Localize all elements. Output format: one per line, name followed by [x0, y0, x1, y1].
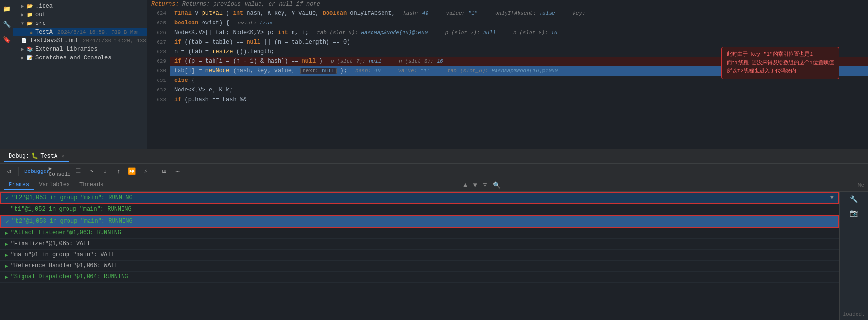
- code-line-626: Node<K,V>[] tab; Node<K,V> p; int n, i; …: [170, 28, 868, 37]
- frame-label-1: "t2"@1,053 in group "main": RUNNING: [12, 194, 133, 201]
- arrow-right-icon-3: ▶: [21, 46, 24, 52]
- restart-button[interactable]: ↺: [3, 166, 15, 177]
- play-icon-4: ▶: [5, 230, 8, 236]
- debugger-tab-btn[interactable]: Debugger: [22, 166, 53, 177]
- annotation-line2: 而t1线程 还没来得及给数组的这个1位置赋值: [727, 59, 834, 68]
- sub-tab-frames[interactable]: Frames: [4, 181, 34, 190]
- project-icon[interactable]: 📁: [1, 4, 12, 14]
- code-line-624: final V putVal ( int hash, K key, V valu…: [170, 9, 868, 18]
- toolbar-sep-3: [155, 167, 155, 176]
- line-numbers: 624 625 626 627 628 629 630 631 632 633: [147, 9, 170, 149]
- frame-item-7[interactable]: ▶ "Reference Handler"@1,066: WAIT: [0, 261, 839, 272]
- frame-label-4: "Attach Listener"@1,063: RUNNING: [11, 229, 121, 236]
- step-out-btn[interactable]: ↑: [113, 166, 125, 177]
- code-line-632: Node<K,V> e; K k;: [170, 85, 868, 95]
- sidebar-item-label-7: Scratches and Consoles: [35, 55, 111, 61]
- frame-item-2[interactable]: ≡ "t1"@1,052 in group "main": RUNNING: [0, 204, 839, 215]
- console-tab-btn[interactable]: ▶ Console: [54, 166, 66, 177]
- folder-icon-3: 📂: [27, 21, 33, 26]
- play-icon-5: ▶: [5, 241, 8, 247]
- frame-label-6: "main"@1 in group "main": WAIT: [11, 251, 114, 258]
- grid-btn[interactable]: ⊞: [158, 166, 170, 177]
- frames-actions: ▲ ▼ ▽ 🔍: [462, 180, 505, 190]
- editor-area: Returns: Returns: previous value, or nul…: [147, 0, 868, 149]
- frame-item-6[interactable]: ▶ "main"@1 in group "main": WAIT: [0, 250, 839, 261]
- sidebar-item-src[interactable]: ▼ 📂 src: [13, 19, 147, 28]
- run-to-cursor-btn[interactable]: ⏩: [126, 166, 138, 177]
- toolbar-sep-1: [18, 167, 19, 176]
- frames-up-btn[interactable]: ▲: [462, 181, 469, 190]
- evaluate-btn[interactable]: ⚡: [139, 166, 152, 177]
- me-label: Me: [858, 183, 864, 188]
- sidebar-item-idea[interactable]: ▶ 📂 .idea: [13, 2, 147, 11]
- debug-toolbar: ↺ Debugger ▶ Console ☰ ↷ ↓ ↑ ⏩ ⚡ ⊞ ⋯: [0, 164, 868, 179]
- frames-down-btn[interactable]: ▼: [471, 181, 479, 190]
- code-line-625: boolean evict) { evict: true: [170, 18, 868, 28]
- returns-line: Returns: Returns: previous value, or nul…: [147, 0, 868, 9]
- code-line-633: if (p.hash == hash &&: [170, 95, 868, 104]
- variables-tab-label: Variables: [39, 182, 70, 188]
- sidebar-item-label-5: TestJavaSE.iml: [30, 37, 78, 44]
- thread-icon-2: ≡: [5, 206, 8, 212]
- frames-list: ✓ "t2"@1,053 in group "main": RUNNING ▼ …: [0, 192, 868, 320]
- frame-item-1[interactable]: ✓ "t2"@1,053 in group "main": RUNNING ▼: [0, 192, 839, 204]
- frame-item-4[interactable]: ▶ "Attach Listener"@1,063: RUNNING: [0, 228, 839, 239]
- dropdown-icon-1[interactable]: ▼: [830, 194, 834, 201]
- annotation-line3: 所以t2线程也进入了代码块内: [727, 67, 834, 76]
- right-action-1[interactable]: 🔧: [848, 194, 860, 205]
- frames-tab-label: Frames: [9, 182, 29, 188]
- frame-label-5: "Finalizer"@1,065: WAIT: [11, 240, 90, 247]
- sidebar-item-label: .idea: [35, 3, 53, 10]
- structure-icon[interactable]: 🔧: [1, 19, 12, 30]
- arrow-down-icon: ▼: [21, 21, 24, 26]
- threads-tab-label: Threads: [79, 182, 103, 188]
- toolbar-lines-btn[interactable]: ☰: [72, 166, 85, 177]
- returns-text: Returns: previous value, or null if none: [182, 1, 320, 8]
- sub-tab-threads[interactable]: Threads: [75, 181, 108, 190]
- frames-search-btn[interactable]: 🔍: [491, 180, 503, 190]
- sidebar-item-meta-4: 2024/6/14 16:59, 789 B Mom: [57, 29, 140, 35]
- debug-sub-tabs: Frames Variables Threads ▲ ▼ ▽ 🔍 Me: [0, 179, 868, 192]
- folder-icon: 📂: [27, 3, 33, 9]
- loaded-text: loaded.: [840, 310, 868, 318]
- sidebar-item-extlib[interactable]: ▶ 📚 External Libraries: [13, 45, 147, 54]
- step-into-btn[interactable]: ↓: [99, 166, 112, 177]
- arrow-right-icon-4: ▶: [21, 55, 24, 61]
- play-icon-8: ▶: [5, 274, 8, 280]
- debug-label-text: Debug:: [9, 153, 29, 160]
- frame-label-8: "Signal Dispatcher"@1,064: RUNNING: [11, 274, 128, 280]
- file-tree: ▶ 📂 .idea ▶ 📁 out ▼ 📂 src ☕ TestA 2024/6…: [13, 0, 147, 149]
- step-over-btn[interactable]: ↷: [86, 166, 98, 177]
- frame-label-3: "t2"@1,053 in group "main": RUNNING: [12, 218, 133, 225]
- play-icon-7: ▶: [5, 263, 8, 269]
- frame-item-5[interactable]: ▶ "Finalizer"@1,065: WAIT: [0, 239, 839, 250]
- debug-tab-icon: 🐛: [31, 152, 38, 160]
- debug-close-btn[interactable]: ✕: [61, 153, 64, 159]
- bookmark-icon[interactable]: 🔖: [1, 34, 12, 45]
- arrow-right-icon: ▶: [21, 3, 24, 9]
- loaded-area: loaded.: [840, 310, 868, 320]
- sidebar-item-out[interactable]: ▶ 📁 out: [13, 11, 147, 19]
- sidebar-item-testa[interactable]: ☕ TestA 2024/6/14 16:59, 789 B Mom: [13, 28, 147, 36]
- scratch-icon: 📝: [27, 55, 33, 61]
- side-icons: 📁 🔧 🔖: [0, 0, 13, 149]
- frames-right-panel: 🔧 📷 loaded.: [839, 192, 868, 320]
- folder-icon-2: 📁: [27, 12, 33, 18]
- sub-tab-variables[interactable]: Variables: [34, 181, 75, 190]
- sidebar-item-label-6: External Libraries: [35, 46, 98, 53]
- frame-item-8[interactable]: ▶ "Signal Dispatcher"@1,064: RUNNING: [0, 272, 839, 283]
- debug-annotation: 此时由于 key "1"的索引位置也是1 而t1线程 还没来得及给数组的这个1位…: [721, 47, 839, 79]
- sidebar-item-label-2: out: [35, 11, 46, 18]
- frame-item-3[interactable]: ✓ "t2"@1,053 in group "main": RUNNING: [0, 215, 839, 228]
- frame-label-7: "Reference Handler"@1,066: WAIT: [11, 263, 118, 269]
- frames-filter-btn[interactable]: ▽: [481, 180, 489, 190]
- debug-panel: Debug: 🐛 TestA ✕ ↺ Debugger ▶ Console ☰ …: [0, 149, 868, 320]
- debug-tab-label[interactable]: Debug: 🐛 TestA ✕: [4, 150, 69, 162]
- sidebar-item-scratches[interactable]: ▶ 📝 Scratches and Consoles: [13, 54, 147, 62]
- right-action-2[interactable]: 📷: [848, 207, 860, 218]
- more-btn[interactable]: ⋯: [171, 166, 184, 177]
- sidebar-item-iml[interactable]: 📄 TestJavaSE.iml 2024/5/30 14:20, 433: [13, 36, 147, 45]
- annotation-line1: 此时由于 key "1"的索引位置也是1: [727, 50, 834, 59]
- lib-icon: 📚: [27, 46, 33, 52]
- sidebar-item-label-3: src: [35, 20, 46, 27]
